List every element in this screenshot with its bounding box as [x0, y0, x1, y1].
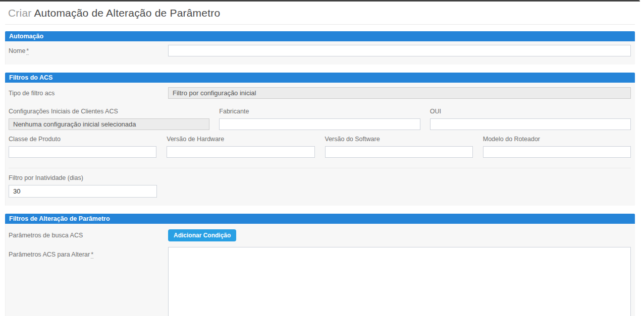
oui-input[interactable]: [430, 118, 631, 130]
section-filtros-parametro-header: Filtros de Alteração de Parâmetro: [5, 214, 635, 224]
oui-field: OUI: [430, 108, 631, 130]
page-title-action: Criar: [8, 7, 32, 19]
fabricante-field: Fabricante: [219, 108, 420, 130]
row-divider: [9, 168, 631, 168]
section-filtros-parametro: Filtros de Alteração de Parâmetro Parâme…: [5, 214, 635, 316]
nome-required-mark: *: [26, 47, 29, 55]
section-filtros-acs: Filtros do ACS Tipo de filtro acs Config…: [5, 73, 635, 206]
inatividade-field: Filtro por Inatividade (dias): [9, 174, 631, 198]
nome-row: Nome*: [9, 45, 631, 56]
fabricante-input[interactable]: [219, 118, 420, 130]
modelo-roteador-field: Modelo do Roteador: [483, 136, 631, 158]
section-filtros-parametro-body: Parâmetros de busca ACS Adicionar Condiç…: [5, 224, 635, 316]
parametros-alterar-row: Parâmetros ACS para Alterar*: [9, 247, 631, 316]
tipo-filtro-label: Tipo de filtro acs: [9, 90, 168, 97]
parametros-alterar-required-mark: *: [91, 251, 93, 259]
nome-label: Nome*: [9, 47, 168, 54]
config-iniciais-label: Configurações Iniciais de Clientes ACS: [9, 108, 209, 115]
busca-acs-label: Parâmetros de busca ACS: [9, 232, 168, 239]
section-automacao-body: Nome*: [5, 41, 635, 65]
section-automacao-header: Automação: [5, 31, 635, 41]
inatividade-input[interactable]: [9, 185, 157, 198]
nome-input[interactable]: [168, 45, 631, 56]
modelo-roteador-input[interactable]: [483, 146, 631, 158]
section-filtros-acs-header: Filtros do ACS: [5, 73, 635, 83]
versao-software-label: Versão do Software: [325, 136, 473, 143]
classe-produto-label: Classe de Produto: [9, 136, 156, 143]
config-iniciais-field: Configurações Iniciais de Clientes ACS: [9, 108, 209, 130]
page-title-main: Automação de Alteração de Parâmetro: [34, 7, 220, 19]
parametros-alterar-label: Parâmetros ACS para Alterar*: [9, 251, 168, 258]
config-iniciais-input[interactable]: [9, 118, 209, 130]
nome-label-text: Nome: [9, 47, 25, 54]
modelo-roteador-label: Modelo do Roteador: [483, 136, 631, 143]
versao-software-field: Versão do Software: [325, 136, 473, 158]
section-filtros-acs-body: Tipo de filtro acs Configurações Iniciai…: [5, 83, 635, 206]
classe-produto-input[interactable]: [9, 146, 156, 158]
fabricante-label: Fabricante: [219, 108, 420, 115]
versao-hardware-label: Versão de Hardware: [167, 136, 314, 143]
versao-software-input[interactable]: [325, 146, 473, 158]
busca-acs-row: Parâmetros de busca ACS Adicionar Condiç…: [9, 229, 631, 241]
tipo-filtro-input[interactable]: [168, 87, 631, 99]
parametros-alterar-textarea[interactable]: [168, 247, 631, 316]
page-title: Criar Automação de Alteração de Parâmetr…: [8, 7, 644, 19]
versao-hardware-input[interactable]: [167, 146, 314, 158]
versao-hardware-field: Versão de Hardware: [167, 136, 314, 158]
classe-produto-field: Classe de Produto: [9, 136, 156, 158]
tipo-filtro-row: Tipo de filtro acs: [9, 87, 631, 99]
title-divider: [5, 24, 635, 25]
section-automacao: Automação Nome*: [5, 31, 635, 65]
adicionar-condicao-button[interactable]: Adicionar Condição: [168, 229, 236, 241]
window-top-edge: [0, 0, 640, 2]
acs-filter-row-1: Configurações Iniciais de Clientes ACS F…: [9, 108, 631, 130]
oui-label: OUI: [430, 108, 631, 115]
parametros-alterar-label-text: Parâmetros ACS para Alterar: [9, 251, 90, 258]
acs-filter-row-2: Classe de Produto Versão de Hardware Ver…: [9, 136, 631, 158]
inatividade-label: Filtro por Inatividade (dias): [9, 174, 631, 181]
